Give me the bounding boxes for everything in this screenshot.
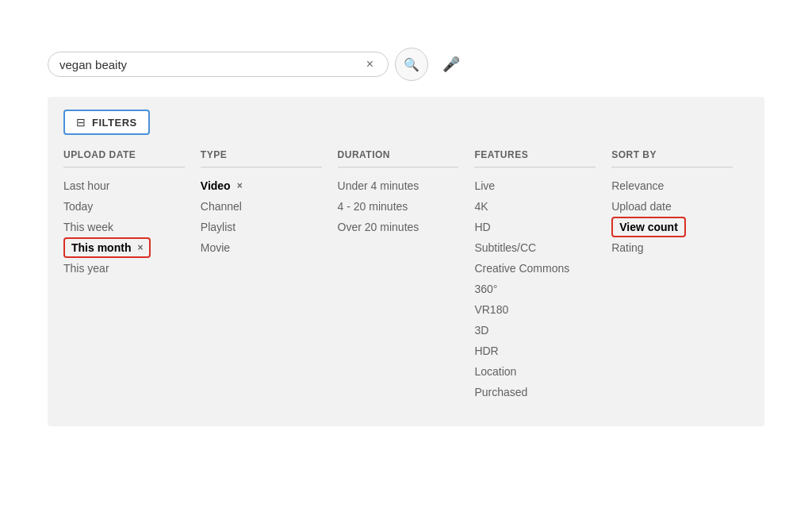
filter-360[interactable]: 360° [474, 279, 596, 299]
search-clear-button[interactable]: × [363, 57, 377, 71]
filter-live[interactable]: Live [474, 175, 596, 196]
filter-movie[interactable]: Movie [201, 237, 322, 258]
filter-over-20[interactable]: Over 20 minutes [338, 217, 459, 237]
mic-icon: 🎤 [442, 56, 460, 73]
filter-channel[interactable]: Channel [201, 196, 322, 217]
filter-creative-commons[interactable]: Creative Commons [474, 258, 596, 279]
filters-label: FILTERS [92, 117, 137, 129]
type-column: TYPE Video × Channel Playlist Movie [201, 149, 338, 402]
filters-button[interactable]: ⊟ FILTERS [63, 110, 150, 135]
features-column: FEATURES Live 4K HD Subtitles/CC Creativ… [474, 149, 611, 402]
filter-video[interactable]: Video × [201, 175, 322, 196]
sort-by-column: SORT BY Relevance Upload date View count… [611, 149, 749, 402]
search-button[interactable]: 🔍 [395, 48, 428, 81]
filter-this-year[interactable]: This year [63, 258, 185, 279]
filter-location[interactable]: Location [474, 361, 596, 382]
filter-view-count[interactable]: View count [611, 217, 686, 237]
upload-date-column: UPLOAD DATE Last hour Today This week Th… [63, 149, 201, 402]
search-bar: × 🔍 🎤 [48, 48, 764, 81]
duration-column: DURATION Under 4 minutes 4 - 20 minutes … [338, 149, 475, 402]
filter-subtitles[interactable]: Subtitles/CC [474, 237, 596, 258]
filter-this-week[interactable]: This week [63, 217, 185, 237]
type-header: TYPE [201, 149, 322, 167]
filters-icon: ⊟ [76, 116, 86, 129]
filter-relevance[interactable]: Relevance [611, 175, 733, 196]
filters-section: ⊟ FILTERS UPLOAD DATE Last hour Today Th… [48, 97, 764, 426]
filter-purchased[interactable]: Purchased [474, 382, 596, 402]
filter-hdr[interactable]: HDR [474, 341, 596, 361]
remove-video-icon[interactable]: × [237, 180, 243, 191]
search-icon: 🔍 [404, 57, 419, 72]
filter-playlist[interactable]: Playlist [201, 217, 322, 237]
filter-last-hour[interactable]: Last hour [63, 175, 185, 196]
filter-3d[interactable]: 3D [474, 320, 596, 341]
remove-this-month-icon[interactable]: × [137, 242, 143, 253]
filter-rating[interactable]: Rating [611, 237, 733, 258]
filter-hd[interactable]: HD [474, 217, 596, 237]
filter-vr180[interactable]: VR180 [474, 299, 596, 320]
duration-header: DURATION [338, 149, 459, 167]
filter-4k[interactable]: 4K [474, 196, 596, 217]
search-input-wrapper: × [48, 52, 389, 77]
filter-under-4[interactable]: Under 4 minutes [338, 175, 459, 196]
filter-upload-date[interactable]: Upload date [611, 196, 733, 217]
mic-button[interactable]: 🎤 [435, 48, 468, 81]
sort-by-header: SORT BY [611, 149, 733, 167]
filter-columns: UPLOAD DATE Last hour Today This week Th… [63, 149, 749, 402]
filter-4-20[interactable]: 4 - 20 minutes [338, 196, 459, 217]
search-input[interactable] [59, 58, 363, 71]
filter-today[interactable]: Today [63, 196, 185, 217]
features-header: FEATURES [474, 149, 596, 167]
filter-this-month[interactable]: This month × [63, 237, 151, 258]
upload-date-header: UPLOAD DATE [63, 149, 185, 167]
